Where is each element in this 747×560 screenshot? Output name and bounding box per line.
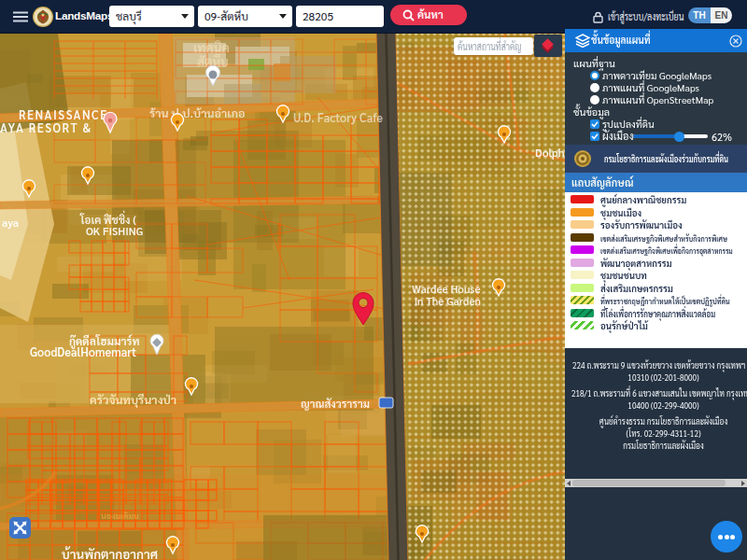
svg-text:U.D. Factory Cafe: U.D. Factory Cafe bbox=[293, 110, 383, 125]
svg-text:in The Garden: in The Garden bbox=[415, 294, 481, 308]
svg-text:บ้านพักตากอากาศ: บ้านพักตากอากาศ bbox=[62, 546, 158, 560]
svg-text:ญาณสังวราราม: ญาณสังวราราม bbox=[301, 397, 370, 411]
svg-text:aya: aya bbox=[2, 215, 19, 230]
svg-text:OK FISHING: OK FISHING bbox=[86, 224, 143, 238]
svg-text:ครัวจันทบุรีนางป่า: ครัวจันทบุรีนางป่า bbox=[90, 392, 176, 408]
svg-text:Dolph: Dolph bbox=[535, 145, 565, 160]
svg-text:GoodDealHomemart: GoodDealHomemart bbox=[30, 344, 136, 359]
svg-text:TAYA RESORT &: TAYA RESORT & bbox=[0, 120, 92, 135]
svg-text:นองมเดิมน: นองมเดิมน bbox=[101, 510, 139, 521]
svg-text:ร้าน ป.ป.บ้านอำเภอ: ร้าน ป.ป.บ้านอำเภอ bbox=[149, 105, 246, 120]
